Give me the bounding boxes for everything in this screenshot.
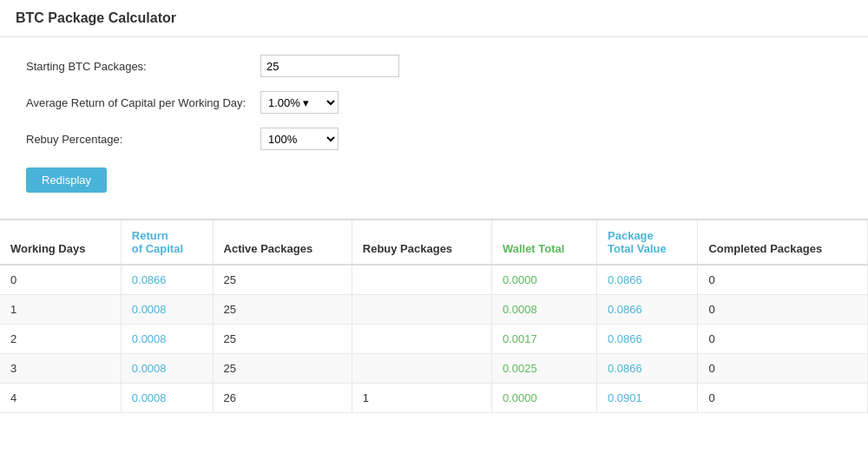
avg-return-row: Average Return of Capital per Working Da… bbox=[26, 91, 842, 114]
rebuy-percentage-label: Rebuy Percentage: bbox=[26, 133, 260, 146]
table-cell: 0 bbox=[698, 325, 868, 354]
col-header-return-of-capital: Returnof Capital bbox=[121, 220, 213, 265]
table-row: 20.0008250.00170.08660 bbox=[0, 325, 868, 354]
page-title: BTC Package Calculator bbox=[16, 10, 852, 26]
table-cell: 0.0000 bbox=[491, 265, 596, 295]
table-cell: 0.0901 bbox=[597, 384, 698, 413]
table-cell: 0 bbox=[698, 384, 868, 413]
avg-return-select[interactable]: 1.00% ▾ 1.25% 1.50% 0.75% 0.50% bbox=[260, 91, 339, 114]
table-row: 00.0866250.00000.08660 bbox=[0, 265, 868, 295]
table-cell bbox=[352, 354, 491, 384]
table-cell: 0.0008 bbox=[121, 384, 213, 413]
redisplay-button[interactable]: Redisplay bbox=[26, 167, 107, 193]
table-cell: 0.0008 bbox=[491, 295, 596, 325]
table-cell: 0.0866 bbox=[597, 265, 698, 295]
table-cell: 1 bbox=[352, 384, 491, 413]
table-cell: 0.0008 bbox=[121, 354, 213, 384]
table-cell bbox=[352, 295, 491, 325]
rebuy-percentage-select[interactable]: 100% 75% 50% 25% 0% bbox=[260, 128, 339, 150]
table-cell: 25 bbox=[213, 265, 352, 295]
col-header-wallet-total: Wallet Total bbox=[491, 220, 596, 265]
form-section: Starting BTC Packages: Average Return of… bbox=[0, 37, 868, 210]
table-cell: 26 bbox=[213, 384, 352, 413]
table-cell: 0.0000 bbox=[491, 384, 596, 413]
table-cell: 25 bbox=[213, 354, 352, 384]
col-header-active-packages: Active Packages bbox=[213, 220, 352, 265]
table-cell: 1 bbox=[0, 295, 121, 325]
table-cell: 4 bbox=[0, 384, 121, 413]
table-cell: 0 bbox=[698, 295, 868, 325]
col-header-completed-packages: Completed Packages bbox=[698, 220, 868, 265]
table-cell: 25 bbox=[213, 325, 352, 354]
col-header-package-total-value: PackageTotal Value bbox=[597, 220, 698, 265]
table-cell: 3 bbox=[0, 354, 121, 384]
page-wrapper: BTC Package Calculator Starting BTC Pack… bbox=[0, 0, 868, 453]
data-table: Working Days Returnof Capital Active Pac… bbox=[0, 219, 868, 413]
starting-packages-row: Starting BTC Packages: bbox=[26, 55, 842, 77]
table-cell: 2 bbox=[0, 325, 121, 354]
starting-packages-input[interactable] bbox=[260, 55, 399, 77]
table-cell: 0.0008 bbox=[121, 325, 213, 354]
table-cell bbox=[352, 265, 491, 295]
table-section: Working Days Returnof Capital Active Pac… bbox=[0, 210, 868, 413]
starting-packages-label: Starting BTC Packages: bbox=[26, 60, 260, 73]
table-cell: 0.0025 bbox=[491, 354, 596, 384]
table-cell: 0.0866 bbox=[597, 325, 698, 354]
table-cell: 0.0008 bbox=[121, 295, 213, 325]
table-cell: 0 bbox=[698, 354, 868, 384]
table-cell bbox=[352, 325, 491, 354]
table-row: 30.0008250.00250.08660 bbox=[0, 354, 868, 384]
rebuy-percentage-row: Rebuy Percentage: 100% 75% 50% 25% 0% bbox=[26, 128, 842, 150]
table-cell: 0.0866 bbox=[121, 265, 213, 295]
table-cell: 25 bbox=[213, 295, 352, 325]
table-cell: 0.0017 bbox=[491, 325, 596, 354]
page-header: BTC Package Calculator bbox=[0, 0, 868, 37]
col-header-working-days: Working Days bbox=[0, 220, 121, 265]
col-header-rebuy-packages: Rebuy Packages bbox=[352, 220, 491, 265]
table-body: 00.0866250.00000.0866010.0008250.00080.0… bbox=[0, 265, 868, 413]
table-cell: 0.0866 bbox=[597, 295, 698, 325]
table-row: 10.0008250.00080.08660 bbox=[0, 295, 868, 325]
table-cell: 0.0866 bbox=[597, 354, 698, 384]
table-cell: 0 bbox=[0, 265, 121, 295]
table-cell: 0 bbox=[698, 265, 868, 295]
avg-return-label: Average Return of Capital per Working Da… bbox=[26, 96, 260, 109]
table-row: 40.00082610.00000.09010 bbox=[0, 384, 868, 413]
table-header-row: Working Days Returnof Capital Active Pac… bbox=[0, 220, 868, 265]
